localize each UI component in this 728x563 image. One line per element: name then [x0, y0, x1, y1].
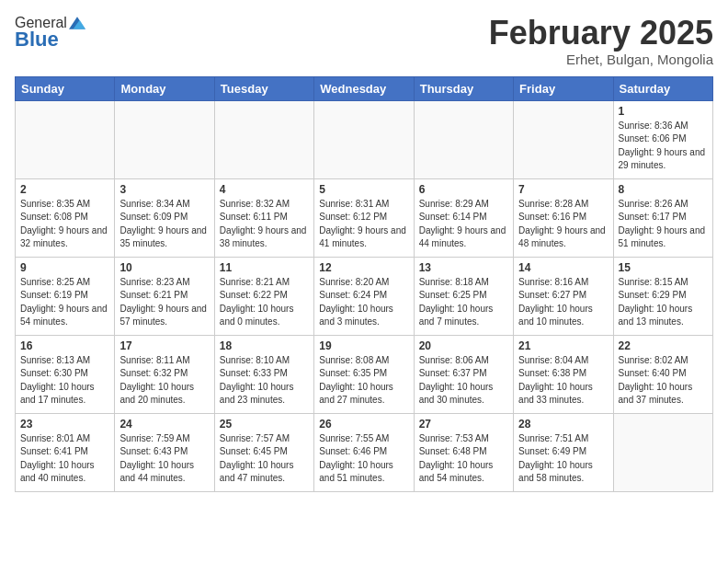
- weekday-header-saturday: Saturday: [613, 76, 712, 100]
- page-header: General Blue February 2025 Erhet, Bulgan…: [15, 15, 713, 67]
- day-info: Sunrise: 8:11 AMSunset: 6:32 PMDaylight:…: [119, 354, 209, 408]
- day-number: 16: [20, 339, 109, 352]
- weekday-header-friday: Friday: [514, 76, 613, 100]
- logo-blue-text: Blue: [15, 28, 59, 52]
- day-info: Sunrise: 7:55 AMSunset: 6:46 PMDaylight:…: [319, 432, 408, 486]
- calendar-cell: 27Sunrise: 7:53 AMSunset: 6:48 PMDayligh…: [414, 413, 513, 491]
- day-number: 27: [419, 418, 508, 431]
- week-row-5: 23Sunrise: 8:01 AMSunset: 6:41 PMDayligh…: [16, 413, 713, 491]
- day-info: Sunrise: 8:04 AMSunset: 6:38 PMDaylight:…: [518, 354, 608, 408]
- day-info: Sunrise: 8:08 AMSunset: 6:35 PMDaylight:…: [319, 354, 408, 408]
- day-number: 8: [619, 183, 708, 196]
- day-info: Sunrise: 8:25 AMSunset: 6:19 PMDaylight:…: [20, 276, 109, 329]
- day-number: 5: [319, 183, 408, 196]
- calendar-cell: 3Sunrise: 8:34 AMSunset: 6:09 PMDaylight…: [115, 178, 214, 257]
- day-info: Sunrise: 8:20 AMSunset: 6:24 PMDaylight:…: [319, 276, 408, 329]
- weekday-header-thursday: Thursday: [414, 76, 513, 100]
- calendar-cell: 21Sunrise: 8:04 AMSunset: 6:38 PMDayligh…: [514, 335, 613, 413]
- day-info: Sunrise: 8:10 AMSunset: 6:33 PMDaylight:…: [220, 354, 309, 408]
- logo: General Blue: [15, 15, 85, 52]
- calendar-cell: 8Sunrise: 8:26 AMSunset: 6:17 PMDaylight…: [613, 178, 712, 257]
- day-number: 2: [20, 183, 109, 196]
- calendar-cell: 12Sunrise: 8:20 AMSunset: 6:24 PMDayligh…: [314, 257, 414, 335]
- day-number: 28: [518, 418, 608, 431]
- week-row-3: 9Sunrise: 8:25 AMSunset: 6:19 PMDaylight…: [16, 257, 713, 335]
- day-number: 18: [220, 339, 309, 352]
- day-info: Sunrise: 8:13 AMSunset: 6:30 PMDaylight:…: [20, 354, 109, 408]
- day-number: 10: [119, 261, 209, 274]
- calendar-cell: 14Sunrise: 8:16 AMSunset: 6:27 PMDayligh…: [514, 257, 613, 335]
- day-info: Sunrise: 8:21 AMSunset: 6:22 PMDaylight:…: [220, 276, 309, 329]
- day-number: 3: [119, 183, 209, 196]
- day-number: 23: [20, 418, 109, 431]
- calendar-cell: 9Sunrise: 8:25 AMSunset: 6:19 PMDaylight…: [16, 257, 115, 335]
- day-info: Sunrise: 7:53 AMSunset: 6:48 PMDaylight:…: [419, 432, 508, 486]
- calendar-cell: 13Sunrise: 8:18 AMSunset: 6:25 PMDayligh…: [414, 257, 513, 335]
- title-block: February 2025 Erhet, Bulgan, Mongolia: [489, 15, 713, 67]
- day-info: Sunrise: 7:59 AMSunset: 6:43 PMDaylight:…: [119, 432, 209, 486]
- day-number: 19: [319, 339, 408, 352]
- calendar-cell: 20Sunrise: 8:06 AMSunset: 6:37 PMDayligh…: [414, 335, 513, 413]
- calendar-cell: 2Sunrise: 8:35 AMSunset: 6:08 PMDaylight…: [16, 178, 115, 257]
- calendar-cell: 25Sunrise: 7:57 AMSunset: 6:45 PMDayligh…: [214, 413, 313, 491]
- day-info: Sunrise: 8:32 AMSunset: 6:11 PMDaylight:…: [220, 198, 309, 251]
- day-number: 25: [220, 418, 309, 431]
- day-number: 24: [119, 418, 209, 431]
- day-number: 26: [319, 418, 408, 431]
- day-info: Sunrise: 7:57 AMSunset: 6:45 PMDaylight:…: [220, 432, 309, 486]
- calendar-cell: [115, 100, 214, 178]
- month-title: February 2025: [489, 15, 713, 52]
- calendar-cell: 17Sunrise: 8:11 AMSunset: 6:32 PMDayligh…: [115, 335, 214, 413]
- week-row-4: 16Sunrise: 8:13 AMSunset: 6:30 PMDayligh…: [16, 335, 713, 413]
- day-info: Sunrise: 8:23 AMSunset: 6:21 PMDaylight:…: [119, 276, 209, 329]
- week-row-1: 1Sunrise: 8:36 AMSunset: 6:06 PMDaylight…: [16, 100, 713, 178]
- logo-icon: [69, 17, 85, 29]
- day-info: Sunrise: 8:28 AMSunset: 6:16 PMDaylight:…: [518, 198, 608, 251]
- calendar-cell: 15Sunrise: 8:15 AMSunset: 6:29 PMDayligh…: [613, 257, 712, 335]
- calendar-cell: 7Sunrise: 8:28 AMSunset: 6:16 PMDaylight…: [514, 178, 613, 257]
- calendar-cell: 26Sunrise: 7:55 AMSunset: 6:46 PMDayligh…: [314, 413, 414, 491]
- day-info: Sunrise: 8:06 AMSunset: 6:37 PMDaylight:…: [419, 354, 508, 408]
- day-number: 17: [119, 339, 209, 352]
- weekday-header-monday: Monday: [115, 76, 214, 100]
- calendar-cell: [514, 100, 613, 178]
- day-info: Sunrise: 8:35 AMSunset: 6:08 PMDaylight:…: [20, 198, 109, 251]
- location-subtitle: Erhet, Bulgan, Mongolia: [489, 52, 713, 67]
- calendar-cell: 24Sunrise: 7:59 AMSunset: 6:43 PMDayligh…: [115, 413, 214, 491]
- calendar-cell: 22Sunrise: 8:02 AMSunset: 6:40 PMDayligh…: [613, 335, 712, 413]
- calendar-cell: 6Sunrise: 8:29 AMSunset: 6:14 PMDaylight…: [414, 178, 513, 257]
- week-row-2: 2Sunrise: 8:35 AMSunset: 6:08 PMDaylight…: [16, 178, 713, 257]
- day-number: 1: [619, 105, 708, 118]
- day-number: 22: [619, 339, 708, 352]
- weekday-header-row: SundayMondayTuesdayWednesdayThursdayFrid…: [16, 76, 713, 100]
- day-number: 9: [20, 261, 109, 274]
- day-number: 20: [419, 339, 508, 352]
- day-number: 21: [518, 339, 608, 352]
- day-info: Sunrise: 8:02 AMSunset: 6:40 PMDaylight:…: [619, 354, 708, 408]
- calendar-cell: [414, 100, 513, 178]
- day-number: 11: [220, 261, 309, 274]
- day-number: 12: [319, 261, 408, 274]
- weekday-header-tuesday: Tuesday: [214, 76, 313, 100]
- calendar-cell: 23Sunrise: 8:01 AMSunset: 6:41 PMDayligh…: [16, 413, 115, 491]
- calendar-cell: [613, 413, 712, 491]
- day-info: Sunrise: 8:26 AMSunset: 6:17 PMDaylight:…: [619, 198, 708, 251]
- calendar-cell: 16Sunrise: 8:13 AMSunset: 6:30 PMDayligh…: [16, 335, 115, 413]
- day-info: Sunrise: 8:29 AMSunset: 6:14 PMDaylight:…: [419, 198, 508, 251]
- day-info: Sunrise: 7:51 AMSunset: 6:49 PMDaylight:…: [518, 432, 608, 486]
- weekday-header-sunday: Sunday: [16, 76, 115, 100]
- calendar-cell: [16, 100, 115, 178]
- day-number: 4: [220, 183, 309, 196]
- day-info: Sunrise: 8:31 AMSunset: 6:12 PMDaylight:…: [319, 198, 408, 251]
- weekday-header-wednesday: Wednesday: [314, 76, 414, 100]
- day-number: 13: [419, 261, 508, 274]
- calendar-table: SundayMondayTuesdayWednesdayThursdayFrid…: [15, 76, 713, 492]
- calendar-cell: [314, 100, 414, 178]
- calendar-cell: 18Sunrise: 8:10 AMSunset: 6:33 PMDayligh…: [214, 335, 313, 413]
- day-number: 7: [518, 183, 608, 196]
- calendar-cell: 4Sunrise: 8:32 AMSunset: 6:11 PMDaylight…: [214, 178, 313, 257]
- calendar-cell: 10Sunrise: 8:23 AMSunset: 6:21 PMDayligh…: [115, 257, 214, 335]
- calendar-cell: 5Sunrise: 8:31 AMSunset: 6:12 PMDaylight…: [314, 178, 414, 257]
- day-number: 6: [419, 183, 508, 196]
- day-info: Sunrise: 8:15 AMSunset: 6:29 PMDaylight:…: [619, 276, 708, 329]
